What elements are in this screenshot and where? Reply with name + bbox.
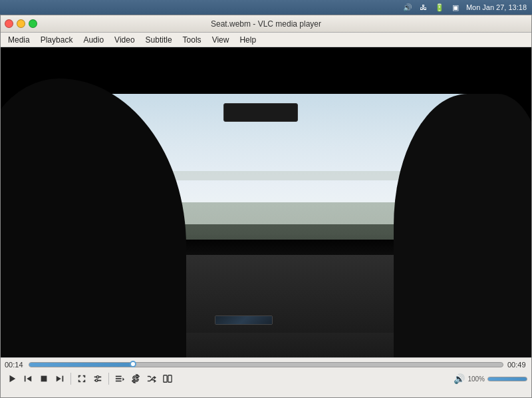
window-controls xyxy=(5,19,37,28)
center-screen xyxy=(215,315,272,325)
svg-marker-0 xyxy=(10,375,16,383)
loop-button[interactable] xyxy=(128,371,143,386)
datetime-label: Mon Jan 27, 13:18 xyxy=(466,3,527,11)
loop-icon xyxy=(131,374,140,383)
menu-video[interactable]: Video xyxy=(110,34,139,46)
svg-point-10 xyxy=(96,376,99,379)
minimize-button[interactable] xyxy=(17,19,25,28)
separator-1 xyxy=(70,373,71,385)
vlc-window: Seat.webm - VLC media player Media Playb… xyxy=(0,15,532,398)
frame-button[interactable] xyxy=(160,371,175,386)
volume-area: 🔊 100% xyxy=(454,373,527,384)
fullscreen-button[interactable] xyxy=(74,371,89,386)
menu-subtitle[interactable]: Subtitle xyxy=(141,34,177,46)
random-icon xyxy=(147,374,156,383)
close-button[interactable] xyxy=(5,19,13,28)
progress-fill xyxy=(29,363,134,367)
fullscreen-icon xyxy=(77,374,86,383)
volume-fill xyxy=(488,377,527,381)
extended-button[interactable] xyxy=(90,371,105,386)
window-title: Seat.webm - VLC media player xyxy=(211,19,321,29)
maximize-button[interactable] xyxy=(29,19,37,28)
prev-button[interactable] xyxy=(21,371,35,386)
silhouette-right xyxy=(394,94,531,357)
random-button[interactable] xyxy=(144,371,159,386)
svg-rect-4 xyxy=(63,376,64,382)
frame-icon xyxy=(163,374,172,383)
svg-rect-19 xyxy=(168,375,172,383)
next-icon xyxy=(55,374,65,383)
play-icon xyxy=(7,374,17,383)
prev-icon xyxy=(23,374,33,383)
svg-rect-3 xyxy=(41,376,47,382)
stop-icon xyxy=(39,374,49,383)
svg-rect-1 xyxy=(25,376,26,382)
volume-speaker-icon[interactable]: 🔊 xyxy=(454,373,465,384)
playlist-icon xyxy=(115,374,124,383)
video-area[interactable] xyxy=(1,47,531,357)
battery-icon: 🔋 xyxy=(434,2,445,13)
volume-label: 100% xyxy=(467,375,485,383)
next-button[interactable] xyxy=(53,371,67,386)
playlist-button[interactable] xyxy=(112,371,127,386)
system-taskbar: 🔊 🖧 🔋 ▣ Mon Jan 27, 13:18 xyxy=(0,0,532,15)
svg-rect-13 xyxy=(116,378,122,379)
time-current: 00:14 xyxy=(5,361,25,369)
volume-slider[interactable] xyxy=(487,377,527,381)
menu-bar: Media Playback Audio Video Subtitle Tool… xyxy=(1,33,531,47)
menu-playback[interactable]: Playback xyxy=(36,34,78,46)
progress-row: 00:14 00:49 xyxy=(5,361,527,369)
buttons-row: 🔊 100% xyxy=(5,371,527,386)
svg-marker-15 xyxy=(122,377,124,381)
progress-handle[interactable] xyxy=(130,361,136,367)
svg-rect-14 xyxy=(116,381,122,382)
svg-marker-2 xyxy=(27,376,31,382)
svg-marker-5 xyxy=(57,376,61,382)
menu-tools[interactable]: Tools xyxy=(178,34,206,46)
separator-2 xyxy=(108,373,109,385)
menu-view[interactable]: View xyxy=(207,34,234,46)
center-screen-display xyxy=(215,316,271,324)
stop-button[interactable] xyxy=(37,371,51,386)
svg-point-11 xyxy=(96,379,98,382)
volume-icon: 🔊 xyxy=(402,2,413,13)
taskbar-right: 🔊 🖧 🔋 ▣ Mon Jan 27, 13:18 xyxy=(402,2,527,13)
menu-help[interactable]: Help xyxy=(235,34,261,46)
tray-icon: ▣ xyxy=(450,2,461,13)
rearview-mirror xyxy=(223,103,298,122)
menu-audio[interactable]: Audio xyxy=(78,34,108,46)
progress-bar[interactable] xyxy=(29,362,503,367)
svg-marker-17 xyxy=(154,379,157,383)
svg-rect-18 xyxy=(164,375,167,383)
time-total: 00:49 xyxy=(507,361,527,369)
svg-marker-16 xyxy=(154,376,157,379)
title-bar: Seat.webm - VLC media player xyxy=(1,15,531,33)
play-button[interactable] xyxy=(5,371,19,386)
network-icon: 🖧 xyxy=(418,2,429,13)
controls-bar: 00:14 00:49 xyxy=(1,357,531,397)
menu-media[interactable]: Media xyxy=(3,34,35,46)
svg-rect-12 xyxy=(116,376,122,377)
extended-icon xyxy=(93,374,102,383)
video-scene xyxy=(1,47,531,357)
